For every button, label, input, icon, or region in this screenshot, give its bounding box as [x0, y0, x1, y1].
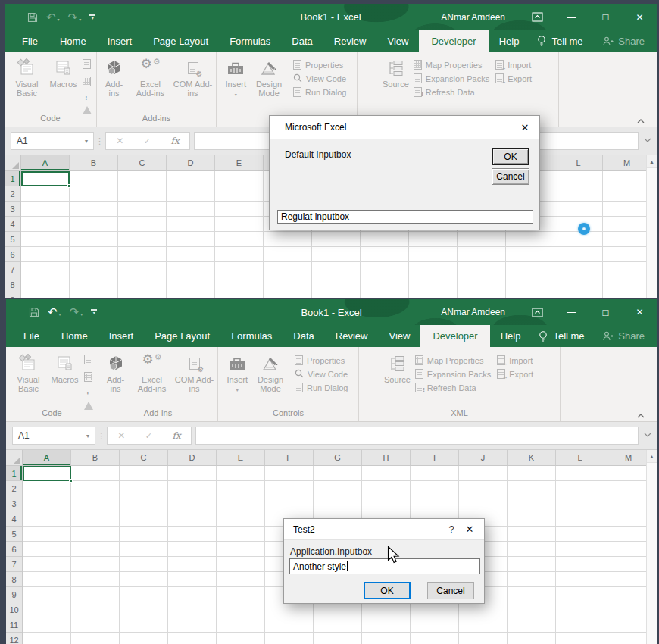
visual-basic-button[interactable]: Visual Basic [5, 54, 48, 114]
row-header-5[interactable]: 5 [6, 527, 22, 542]
column-header-L[interactable]: L [554, 155, 603, 170]
minimize-button[interactable]: — [554, 299, 589, 325]
cancel-entry-icon[interactable]: ✕ [116, 136, 123, 146]
user-name[interactable]: ANmar Amdeen [441, 307, 505, 317]
row-header-12[interactable]: 12 [6, 633, 22, 644]
refresh-data-button[interactable]: Refresh Data [415, 383, 491, 392]
add-ins-button[interactable]: Add-ins [101, 349, 131, 408]
tab-file[interactable]: File [5, 30, 49, 52]
column-header-K[interactable]: K [508, 450, 556, 465]
tab-developer[interactable]: Developer [419, 30, 488, 52]
run-dialog-button[interactable]: Run Dialog [295, 383, 348, 392]
share-button[interactable]: Share [603, 325, 645, 347]
tell-me[interactable]: Tell me [531, 325, 592, 347]
row-header-8[interactable]: 8 [5, 277, 20, 292]
tab-review[interactable]: Review [325, 325, 379, 347]
column-header-A[interactable]: A [23, 450, 71, 465]
dialog-close-icon[interactable]: ✕ [461, 524, 478, 535]
tab-file[interactable]: File [6, 325, 51, 347]
properties-button[interactable]: Properties [295, 355, 348, 365]
row-header-4[interactable]: 4 [6, 511, 22, 527]
formula-bar-expand-icon[interactable] [644, 138, 651, 142]
export-button[interactable]: Export [495, 73, 532, 83]
tab-developer[interactable]: Developer [420, 325, 489, 347]
redo-button[interactable]: ↷▾ [68, 11, 82, 24]
add-ins-button[interactable]: Add-ins [99, 54, 130, 114]
cancel-button[interactable]: Cancel [492, 168, 529, 185]
row-header-6[interactable]: 6 [6, 542, 22, 557]
row-header-1[interactable]: 1 [5, 171, 20, 186]
column-header-E[interactable]: E [217, 450, 265, 465]
close-button[interactable]: ✕ [623, 299, 657, 325]
macros-button[interactable]: Macros [49, 349, 80, 408]
column-header-M[interactable]: M [603, 155, 646, 170]
select-all-corner[interactable] [5, 155, 21, 171]
row-header-9[interactable]: 9 [6, 587, 22, 602]
tab-insert[interactable]: Insert [98, 325, 145, 347]
column-header-A[interactable]: A [21, 155, 70, 170]
ok-button[interactable]: OK [364, 582, 411, 599]
tab-data[interactable]: Data [283, 325, 324, 347]
tab-formulas[interactable]: Formulas [219, 30, 281, 52]
column-header-J[interactable]: J [459, 450, 508, 465]
tab-view[interactable]: View [378, 325, 420, 347]
row-header-3[interactable]: 3 [6, 496, 22, 511]
enter-entry-icon[interactable]: ✓ [144, 136, 151, 146]
visual-basic-button[interactable]: Visual Basic [7, 349, 49, 408]
map-properties-button[interactable]: Map Properties [414, 60, 489, 70]
use-relative-references-icon[interactable] [83, 76, 91, 89]
inputbox-field[interactable]: Regulat inputbox [277, 210, 533, 224]
column-header-E[interactable]: E [215, 155, 264, 170]
map-properties-button[interactable]: Map Properties [415, 355, 491, 365]
import-button[interactable]: Import [497, 355, 533, 365]
undo-button[interactable]: ↶▾ [48, 305, 61, 319]
inputbox-field[interactable]: Another style [289, 558, 480, 574]
row-header-4[interactable]: 4 [5, 217, 20, 232]
tab-formulas[interactable]: Formulas [220, 325, 283, 347]
import-button[interactable]: Import [495, 60, 532, 70]
excel-add-ins-button[interactable]: ⚙⚙ Excel Add-ins [130, 54, 172, 114]
row-header-1[interactable]: 1 [6, 466, 22, 481]
collapse-ribbon-icon[interactable] [637, 119, 645, 123]
dialog-help-icon[interactable]: ? [442, 524, 461, 535]
cancel-button[interactable]: Cancel [427, 582, 474, 599]
record-macro-icon[interactable] [84, 354, 92, 367]
formula-input[interactable] [195, 427, 639, 445]
column-header-B[interactable]: B [70, 155, 118, 170]
com-add-ins-button[interactable]: ⚙ COM Add-ins [172, 54, 214, 114]
tab-home[interactable]: Home [51, 325, 98, 347]
column-header-D[interactable]: D [167, 155, 215, 170]
tell-me[interactable]: Tell me [529, 30, 590, 52]
save-icon[interactable] [29, 307, 39, 317]
column-header-G[interactable]: G [314, 450, 362, 465]
customize-qat-button[interactable]: ▾ [91, 309, 97, 315]
row-header-7[interactable]: 7 [6, 557, 22, 572]
tab-page-layout[interactable]: Page Layout [144, 325, 220, 347]
row-header-8[interactable]: 8 [6, 572, 22, 587]
record-macro-icon[interactable] [83, 58, 91, 72]
collapse-ribbon-icon[interactable] [637, 414, 645, 418]
column-header-B[interactable]: B [71, 450, 120, 465]
macro-security-icon[interactable] [84, 389, 93, 402]
expansion-packs-button[interactable]: Expansion Packs [415, 369, 491, 379]
cancel-entry-icon[interactable]: ✕ [117, 430, 125, 441]
insert-function-icon[interactable]: fx [173, 430, 181, 441]
row-header-3[interactable]: 3 [5, 202, 20, 217]
close-button[interactable]: ✕ [623, 4, 657, 30]
row-header-10[interactable]: 10 [6, 602, 22, 617]
use-relative-references-icon[interactable] [84, 371, 92, 385]
fill-handle[interactable] [67, 184, 71, 188]
tab-help[interactable]: Help [490, 325, 532, 347]
undo-button[interactable]: ↶▾ [46, 11, 60, 24]
ribbon-display-options-button[interactable] [520, 299, 554, 325]
source-button[interactable]: Source [383, 349, 412, 408]
tab-data[interactable]: Data [281, 30, 323, 52]
ribbon-display-options-button[interactable] [520, 4, 554, 30]
excel-add-ins-button[interactable]: ⚙⚙ Excel Add-ins [131, 349, 173, 408]
column-header-M[interactable]: M [604, 450, 646, 465]
scroll-up-icon[interactable]: ▲ [647, 450, 657, 463]
name-box[interactable]: A1 ▾ [11, 132, 94, 150]
maximize-button[interactable]: □ [589, 299, 623, 325]
enter-entry-icon[interactable]: ✓ [145, 431, 152, 441]
row-header-11[interactable]: 11 [6, 617, 22, 633]
